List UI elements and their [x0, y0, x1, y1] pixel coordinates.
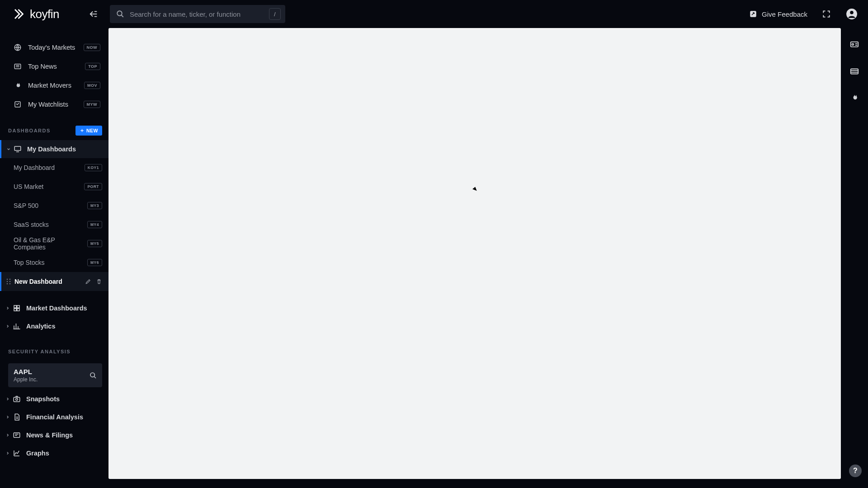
sidebar-collapse-button[interactable] [86, 7, 101, 21]
nav-label: Market Movers [28, 82, 84, 89]
feedback-icon [749, 10, 757, 18]
nav-label: Top News [28, 63, 85, 70]
chevron-down-icon [5, 147, 12, 151]
dashboards-section-title: DASHBOARDS [8, 128, 75, 133]
camera-icon [12, 395, 22, 403]
tree-label: Market Dashboards [26, 305, 102, 312]
dashboard-label: S&P 500 [14, 202, 87, 209]
tree-my-dashboards[interactable]: My Dashboards [0, 140, 108, 158]
nav-badge: MYW [84, 101, 101, 108]
account-button[interactable] [845, 8, 858, 20]
dashboard-item[interactable]: S&P 500 MY3 [0, 196, 108, 215]
tree-news-filings[interactable]: News & Filings [0, 426, 108, 444]
dashboard-badge: MY5 [87, 240, 102, 247]
edit-icon[interactable] [85, 278, 91, 285]
svg-rect-27 [14, 397, 20, 402]
analytics-icon [12, 322, 22, 330]
dashboard-item[interactable]: SaaS stocks MY4 [0, 215, 108, 234]
svg-point-3 [117, 11, 122, 16]
nav-market-movers[interactable]: Market Movers MOV [0, 76, 108, 95]
svg-rect-24 [17, 309, 19, 311]
tree-label: Snapshots [26, 395, 102, 403]
security-section-title: SECURITY ANALYSIS [8, 349, 102, 354]
feedback-label: Give Feedback [762, 10, 807, 18]
plus-icon: ＋ [80, 127, 85, 134]
nav-badge: TOP [85, 63, 100, 70]
dashboard-item[interactable]: Oil & Gas E&P Companies MY5 [0, 234, 108, 253]
flame-icon [13, 81, 23, 89]
svg-point-7 [850, 11, 854, 14]
search-input[interactable] [130, 10, 269, 18]
dashboard-item-active[interactable]: New Dashboard [0, 272, 108, 291]
tree-financial-analysis[interactable]: Financial Analysis [0, 408, 108, 426]
dashboard-badge: MY3 [87, 202, 102, 209]
tree-label: Analytics [26, 323, 102, 330]
new-button-label: NEW [86, 128, 98, 133]
dashboard-label: SaaS stocks [14, 221, 87, 228]
drag-handle-icon[interactable] [6, 278, 13, 285]
fullscreen-button[interactable] [820, 8, 833, 20]
svg-rect-36 [851, 69, 859, 74]
nav-label: Today's Markets [28, 44, 84, 51]
svg-point-17 [7, 281, 8, 282]
logo-mark-icon [13, 7, 26, 21]
global-search[interactable]: / [110, 5, 285, 23]
svg-point-28 [16, 399, 18, 401]
new-dashboard-button[interactable]: ＋ NEW [75, 126, 103, 136]
tree-snapshots[interactable]: Snapshots [0, 390, 108, 408]
dashboard-item[interactable]: My Dashboard KOY1 [0, 158, 108, 177]
dashboard-label: My Dashboard [14, 164, 85, 171]
tree-label: My Dashboards [27, 145, 102, 153]
svg-point-19 [7, 283, 8, 285]
security-picker[interactable]: AAPL Apple Inc. [8, 363, 102, 387]
chevron-right-icon [5, 324, 11, 328]
dashboard-label: New Dashboard [14, 278, 85, 285]
tree-label: Graphs [26, 450, 102, 457]
right-rail [841, 28, 868, 488]
dashboard-badge: MY4 [87, 221, 102, 228]
dashboard-canvas[interactable] [108, 28, 841, 479]
nav-top-news[interactable]: Top News TOP [0, 57, 108, 76]
cursor-icon [472, 187, 478, 192]
dashboard-label: Top Stocks [14, 259, 87, 266]
newspaper-icon [12, 431, 22, 439]
monitor-icon [13, 145, 23, 153]
tree-label: News & Filings [26, 432, 102, 439]
watchlist-icon [13, 100, 23, 108]
tree-analytics[interactable]: Analytics [0, 317, 108, 335]
help-button[interactable]: ? [849, 465, 862, 477]
nav-todays-markets[interactable]: Today's Markets NOW [0, 38, 108, 57]
tree-graphs[interactable]: Graphs [0, 444, 108, 462]
nav-label: My Watchlists [28, 101, 84, 108]
svg-point-20 [9, 283, 11, 285]
news-icon [13, 62, 23, 70]
document-icon [12, 413, 22, 421]
dashboard-item[interactable]: Top Stocks MY6 [0, 253, 108, 272]
sidebar: Today's Markets NOW Top News TOP Market … [0, 28, 108, 488]
svg-point-15 [7, 279, 8, 280]
svg-line-4 [121, 15, 123, 17]
dashboard-label: US Market [14, 183, 84, 190]
give-feedback-button[interactable]: Give Feedback [749, 10, 807, 18]
nav-my-watchlists[interactable]: My Watchlists MYW [0, 95, 108, 114]
rail-table-button[interactable] [847, 64, 862, 79]
tree-market-dashboards[interactable]: Market Dashboards [0, 299, 108, 317]
svg-point-16 [9, 279, 11, 280]
svg-point-25 [90, 373, 94, 377]
dashboard-badge: MY6 [87, 259, 102, 266]
search-icon [90, 372, 97, 379]
rail-screener-button[interactable] [847, 38, 862, 52]
tree-label: Financial Analysis [26, 413, 102, 421]
nav-badge: NOW [84, 44, 101, 51]
dashboard-label: Oil & Gas E&P Companies [14, 236, 87, 251]
chevron-right-icon [5, 397, 11, 401]
delete-icon[interactable] [96, 278, 102, 285]
dashboard-item[interactable]: US Market PORT [0, 177, 108, 196]
rail-movers-button[interactable] [847, 90, 862, 105]
svg-rect-21 [14, 305, 16, 308]
svg-rect-23 [14, 309, 16, 311]
grid-icon [12, 304, 22, 312]
app-logo[interactable]: koyfin [13, 7, 59, 21]
security-name: Apple Inc. [14, 376, 38, 383]
svg-point-35 [852, 43, 854, 45]
